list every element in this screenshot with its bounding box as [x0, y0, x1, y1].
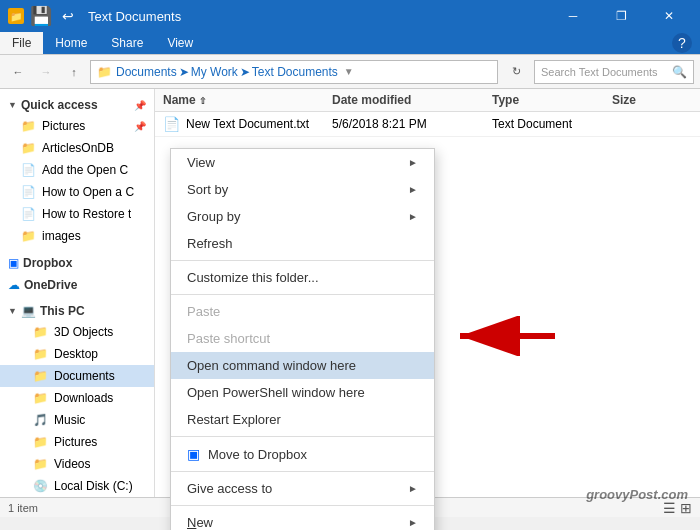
- sidebar-item-label: Music: [54, 413, 85, 427]
- folder-icon: 📁: [32, 346, 48, 362]
- sidebar-item-label: How to Restore t: [42, 207, 131, 221]
- sidebar-item-downloads[interactable]: 📁 Downloads: [0, 387, 154, 409]
- ctx-move-dropbox[interactable]: ▣ Move to Dropbox: [171, 440, 434, 468]
- ctx-dropbox-container: ▣ Move to Dropbox: [187, 446, 307, 462]
- ctx-new[interactable]: New ►: [171, 509, 434, 530]
- sidebar-item-label: Pictures: [54, 435, 97, 449]
- ctx-give-access-label: Give access to: [187, 481, 272, 496]
- file-icon: 📄: [163, 116, 180, 132]
- file-name: New Text Document.txt: [186, 117, 309, 131]
- ctx-give-access[interactable]: Give access to ►: [171, 475, 434, 502]
- dropbox-group[interactable]: ▣ Dropbox: [0, 251, 154, 273]
- help-button[interactable]: ?: [672, 33, 692, 53]
- path-mywork[interactable]: My Work: [191, 65, 238, 79]
- quick-access-label: Quick access: [21, 98, 98, 112]
- ctx-view[interactable]: View ►: [171, 149, 434, 176]
- sidebar-item-articlesondb[interactable]: 📁 ArticlesOnDB: [0, 137, 154, 159]
- title-bar: 📁 💾 ↩ Text Documents ─ ❐ ✕: [0, 0, 700, 32]
- sidebar-item-label: Downloads: [54, 391, 113, 405]
- back-button[interactable]: ←: [6, 60, 30, 84]
- ctx-open-ps-label: Open PowerShell window here: [187, 385, 365, 400]
- folder-icon: 📁: [32, 390, 48, 406]
- close-button[interactable]: ✕: [646, 0, 692, 32]
- col-date: Date modified: [332, 93, 492, 107]
- ctx-restart-explorer[interactable]: Restart Explorer: [171, 406, 434, 433]
- doc-icon: 📄: [20, 206, 36, 222]
- doc-icon: 📄: [20, 184, 36, 200]
- ctx-groupby-label: Group by: [187, 209, 240, 224]
- doc-icon: 📄: [20, 162, 36, 178]
- folder-icon: 📁: [20, 228, 36, 244]
- col-name: Name ⇧: [163, 93, 332, 107]
- ctx-refresh[interactable]: Refresh: [171, 230, 434, 257]
- tab-file[interactable]: File: [0, 32, 43, 54]
- undo-btn[interactable]: ↩: [62, 8, 74, 24]
- ctx-view-label: View: [187, 155, 215, 170]
- path-textdocs[interactable]: Text Documents: [252, 65, 338, 79]
- tab-share[interactable]: Share: [99, 32, 155, 54]
- ctx-sortby[interactable]: Sort by ►: [171, 176, 434, 203]
- ctx-open-cmd[interactable]: Open command window here: [171, 352, 434, 379]
- maximize-button[interactable]: ❐: [598, 0, 644, 32]
- sidebar-item-addopen[interactable]: 📄 Add the Open C: [0, 159, 154, 181]
- ctx-restart-label: Restart Explorer: [187, 412, 281, 427]
- file-list-header: Name ⇧ Date modified Type Size: [155, 89, 700, 112]
- ctx-paste-shortcut[interactable]: Paste shortcut: [171, 325, 434, 352]
- ctx-sep-4: [171, 471, 434, 472]
- pin-icon: 📌: [134, 100, 146, 111]
- title-text: Text Documents: [88, 9, 181, 24]
- tab-home[interactable]: Home: [43, 32, 99, 54]
- ctx-refresh-label: Refresh: [187, 236, 233, 251]
- ctx-open-ps[interactable]: Open PowerShell window here: [171, 379, 434, 406]
- ctx-sep-1: [171, 260, 434, 261]
- sidebar-item-documents[interactable]: 📁 Documents: [0, 365, 154, 387]
- title-bar-controls: ─ ❐ ✕: [550, 0, 692, 32]
- title-bar-left: 📁 💾 ↩ Text Documents: [8, 5, 181, 27]
- file-row[interactable]: 📄 New Text Document.txt 5/6/2018 8:21 PM…: [155, 112, 700, 137]
- path-documents[interactable]: Documents: [116, 65, 177, 79]
- sidebar-item-label: How to Open a C: [42, 185, 134, 199]
- pin-icon: 📌: [134, 121, 146, 132]
- ctx-sortby-label: Sort by: [187, 182, 228, 197]
- quick-access-header[interactable]: ▼ Quick access 📌: [0, 93, 154, 115]
- ctx-open-cmd-label: Open command window here: [187, 358, 356, 373]
- quick-access-arrow: ▼: [8, 100, 17, 110]
- sidebar-item-3dobjects[interactable]: 📁 3D Objects: [0, 321, 154, 343]
- ctx-sep-5: [171, 505, 434, 506]
- sidebar-item-pictures[interactable]: 📁 Pictures: [0, 431, 154, 453]
- sidebar-item-howtoopen[interactable]: 📄 How to Open a C: [0, 181, 154, 203]
- forward-button[interactable]: →: [34, 60, 58, 84]
- red-arrow: [430, 316, 560, 356]
- tab-view[interactable]: View: [155, 32, 205, 54]
- file-date: 5/6/2018 8:21 PM: [332, 117, 492, 131]
- sidebar-item-images[interactable]: 📁 images: [0, 225, 154, 247]
- sidebar-item-label: Pictures: [42, 119, 85, 133]
- search-box[interactable]: Search Text Documents 🔍: [534, 60, 694, 84]
- onedrive-label: OneDrive: [24, 278, 77, 292]
- address-box[interactable]: 📁 Documents ➤ My Work ➤ Text Documents ▼: [90, 60, 498, 84]
- quick-access-toolbar[interactable]: 💾: [30, 5, 52, 27]
- sidebar-item-pictures-quick[interactable]: 📁 Pictures 📌: [0, 115, 154, 137]
- music-icon: 🎵: [32, 412, 48, 428]
- folder-icon: 📁: [32, 434, 48, 450]
- ctx-customize[interactable]: Customize this folder...: [171, 264, 434, 291]
- ctx-give-access-arrow: ►: [408, 483, 418, 494]
- minimize-button[interactable]: ─: [550, 0, 596, 32]
- thispc-group[interactable]: ▼ 💻 This PC: [0, 299, 154, 321]
- watermark: groovyPost.com: [586, 487, 688, 502]
- onedrive-icon: ☁: [8, 278, 20, 292]
- sidebar-item-label: Desktop: [54, 347, 98, 361]
- ctx-groupby[interactable]: Group by ►: [171, 203, 434, 230]
- onedrive-group[interactable]: ☁ OneDrive: [0, 273, 154, 295]
- ctx-view-arrow: ►: [408, 157, 418, 168]
- sidebar-item-desktop[interactable]: 📁 Desktop: [0, 343, 154, 365]
- sidebar-item-localdisk[interactable]: 💿 Local Disk (C:): [0, 475, 154, 497]
- sidebar-item-music[interactable]: 🎵 Music: [0, 409, 154, 431]
- sidebar-item-howtorestore[interactable]: 📄 How to Restore t: [0, 203, 154, 225]
- refresh-button[interactable]: ↻: [502, 60, 530, 84]
- address-bar: ← → ↑ 📁 Documents ➤ My Work ➤ Text Docum…: [0, 55, 700, 89]
- sidebar-item-videos[interactable]: 📁 Videos: [0, 453, 154, 475]
- ctx-paste[interactable]: Paste: [171, 298, 434, 325]
- folder-icon: 📁: [32, 456, 48, 472]
- up-button[interactable]: ↑: [62, 60, 86, 84]
